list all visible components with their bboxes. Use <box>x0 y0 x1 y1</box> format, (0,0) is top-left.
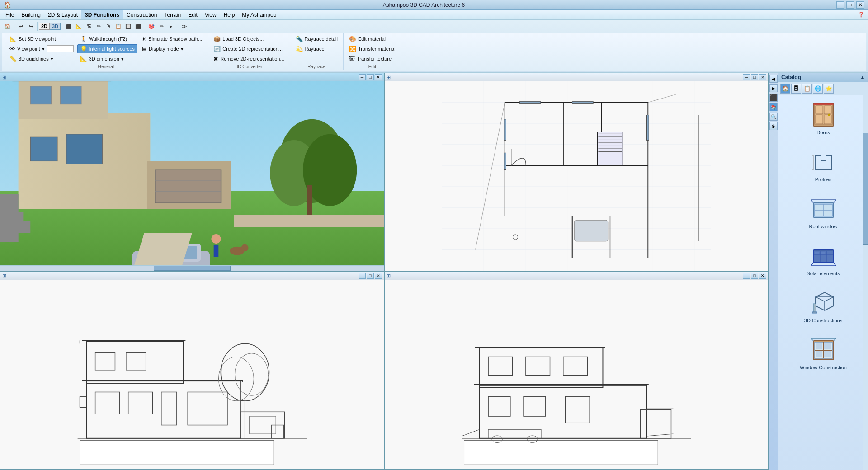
cat-side-btn-3[interactable]: ⬛ <box>769 94 778 102</box>
menu-help[interactable]: Help <box>220 10 239 19</box>
remove2d-icon: ✖ <box>213 56 218 62</box>
menu-3dfunctions[interactable]: 3D Functions <box>81 10 123 19</box>
toolbar-btn-8[interactable]: ⬛ <box>133 21 143 31</box>
catalog-item-profiles[interactable]: Profiles <box>780 146 866 184</box>
maximize-button[interactable]: □ <box>846 1 854 9</box>
cat-side-btn-1[interactable]: ◀ <box>769 75 778 83</box>
home-btn[interactable]: 🏠 <box>3 21 13 31</box>
vp3d-close[interactable]: ✕ <box>375 74 382 80</box>
viewport-floorplan[interactable]: ⊞ ─ □ ✕ <box>384 73 769 271</box>
remove-2d-btn[interactable]: ✖ Remove 2D-representation... <box>211 54 287 63</box>
svg-line-150 <box>811 263 813 266</box>
roofwindow-label: Roof window <box>809 224 838 229</box>
menu-edit[interactable]: Edit <box>184 10 201 19</box>
cat-tb-view1[interactable]: 🏠 <box>780 84 790 94</box>
catalog-scroll-thumb[interactable] <box>863 133 868 245</box>
cat-side-btn-4[interactable]: 📚 <box>769 103 778 111</box>
menu-2dlayout[interactable]: 2D & Layout <box>44 10 81 19</box>
simulate-shadow-btn[interactable]: ☀ Simulate Shadow path... <box>138 34 205 43</box>
toolbar-btn-5[interactable]: 🖱 <box>104 21 113 31</box>
walkthrough-btn[interactable]: 🚶 Walkthrough (F2) <box>77 34 138 43</box>
vpelev2-minimize[interactable]: ─ <box>743 273 750 279</box>
catalog-item-solar[interactable]: Solar elements <box>780 240 866 278</box>
catalog-item-doors[interactable]: Doors <box>780 99 866 137</box>
vpplan-close[interactable]: ✕ <box>759 74 766 80</box>
toolbar-btn-11[interactable]: ▸ <box>166 21 176 31</box>
view-point-input[interactable] <box>47 45 74 52</box>
cat-tb-view5[interactable]: ⭐ <box>824 84 834 94</box>
undo-btn[interactable]: ↩ <box>16 21 26 31</box>
menu-construction[interactable]: Construction <box>123 10 160 19</box>
vp3d-minimize[interactable]: ─ <box>359 74 366 80</box>
catalog-item-windowconstruction[interactable]: Window Construction <box>780 334 866 372</box>
raytrace-detail-btn[interactable]: 🔦 Raytrace detail <box>293 34 340 43</box>
catalog-item-3dconstructions[interactable]: 3D Constructions <box>780 287 866 325</box>
menu-file[interactable]: File <box>2 10 18 19</box>
cat-tb-view2[interactable]: 🗄 <box>791 84 801 94</box>
viewport-elevation-front[interactable]: ⊞ ─ □ ✕ <box>0 271 384 470</box>
close-button[interactable]: ✕ <box>856 1 864 9</box>
load-3d-btn[interactable]: 📦 Load 3D Objects... <box>211 34 287 43</box>
solar-label: Solar elements <box>807 271 840 276</box>
vp3d-hscrollbar[interactable] <box>0 265 384 271</box>
toolbar-btn-4[interactable]: ✏ <box>94 21 104 31</box>
menu-building[interactable]: Building <box>18 10 44 19</box>
set-3d-viewpoint-btn[interactable]: 📐 Set 3D viewpoint <box>7 34 76 43</box>
internal-light-label: Internal light sources <box>89 46 135 52</box>
doors-icon <box>810 101 837 128</box>
svg-rect-165 <box>824 351 831 357</box>
viewport-3d[interactable]: ⊞ ─ □ ✕ <box>0 73 384 271</box>
vpelev2-maximize[interactable]: □ <box>751 273 758 279</box>
expand-btn[interactable]: ≫ <box>179 21 189 31</box>
transfer-texture-btn[interactable]: 🖼 Transfer texture <box>346 54 398 63</box>
menu-terrain[interactable]: Terrain <box>160 10 184 19</box>
cat-side-btn-5[interactable]: 🔍 <box>769 113 778 121</box>
toolbar-btn-3[interactable]: 🏗 <box>84 21 94 31</box>
cat-tb-view4[interactable]: 🌐 <box>813 84 823 94</box>
help-icon-btn[interactable]: ❓ <box>856 10 866 20</box>
menu-myashampoo[interactable]: My Ashampoo <box>238 10 280 19</box>
vpelev1-maximize[interactable]: □ <box>367 273 374 279</box>
catalog-scrollbar[interactable] <box>863 95 868 470</box>
mode-3d-btn[interactable]: 3D <box>50 23 61 30</box>
toolbar-btn-10[interactable]: ✏ <box>156 21 166 31</box>
vpelev1-minimize[interactable]: ─ <box>359 273 366 279</box>
vp3d-maximize[interactable]: □ <box>367 74 374 80</box>
cat-tb-view3[interactable]: 📋 <box>802 84 812 94</box>
svg-rect-126 <box>824 106 831 114</box>
mode-2d-btn[interactable]: 2D <box>39 23 50 30</box>
vpelev2-close[interactable]: ✕ <box>759 273 766 279</box>
edit-material-btn[interactable]: 🎨 Edit material <box>346 34 398 43</box>
svg-rect-67 <box>572 102 594 104</box>
3d-guidelines-btn[interactable]: 📏 3D guidelines ▾ <box>7 54 76 63</box>
vpplan-minimize[interactable]: ─ <box>743 74 750 80</box>
svg-point-22 <box>211 234 221 244</box>
vpplan-maximize[interactable]: □ <box>751 74 758 80</box>
catalog-collapse-icon[interactable]: ▲ <box>860 74 865 80</box>
internal-light-btn[interactable]: 💡 Internal light sources <box>77 44 138 53</box>
viewport-elevation-side[interactable]: ⊞ ─ □ ✕ <box>384 271 769 470</box>
catalog-item-roofwindow[interactable]: Roof window <box>780 193 866 231</box>
minimize-button[interactable]: ─ <box>836 1 844 9</box>
vp3d-hscroll-thumb[interactable] <box>154 266 231 271</box>
toolbar-btn-1[interactable]: ⬛ <box>64 21 74 31</box>
svg-rect-105 <box>464 441 658 465</box>
profiles-icon <box>810 148 837 175</box>
3d-dimension-btn[interactable]: 📐 3D dimension ▾ <box>77 54 138 63</box>
toolbar-btn-9[interactable]: 🎯 <box>146 21 156 31</box>
menu-view[interactable]: View <box>201 10 220 19</box>
view-point-btn[interactable]: 👁 View point ▾ <box>7 44 76 53</box>
cat-side-btn-6[interactable]: ⚙ <box>769 122 778 130</box>
create-2d-btn[interactable]: 🔄 Create 2D representation... <box>211 44 287 53</box>
toolbar-btn-7[interactable]: 🔲 <box>123 21 133 31</box>
transfer-material-btn[interactable]: 🔀 Transfer material <box>346 44 398 53</box>
toolbar-btn-6[interactable]: 📋 <box>113 21 123 31</box>
redo-btn[interactable]: ↪ <box>26 21 36 31</box>
vpelev1-titlebar: ⊞ ─ □ ✕ <box>0 272 384 280</box>
toolbar-btn-2[interactable]: 📐 <box>74 21 84 31</box>
raytrace-btn[interactable]: 💫 Raytrace <box>293 44 340 53</box>
cat-side-btn-2[interactable]: ▶ <box>769 84 778 92</box>
display-mode-btn[interactable]: 🖥 Display mode ▾ <box>138 44 205 53</box>
vpelev1-controls: ─ □ ✕ <box>359 273 382 279</box>
vpelev1-close[interactable]: ✕ <box>375 273 382 279</box>
